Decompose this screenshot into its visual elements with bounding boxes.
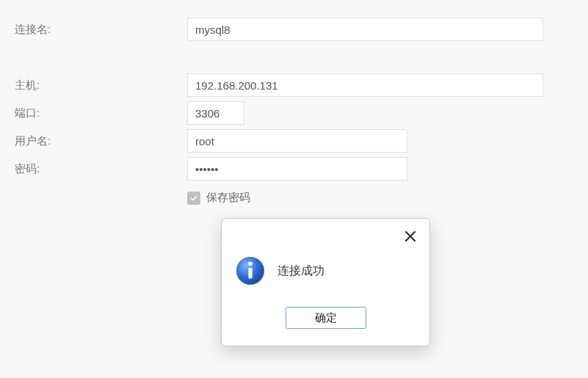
password-input-wrap — [187, 157, 573, 181]
dialog-footer: 确定 — [222, 307, 429, 329]
username-input[interactable] — [187, 129, 407, 153]
check-icon — [189, 194, 198, 203]
save-password-label: 保存密码 — [206, 191, 250, 205]
message-dialog: 连接成功 确定 — [221, 218, 430, 346]
port-input[interactable] — [187, 101, 244, 125]
password-label: 密码: — [15, 162, 187, 176]
dialog-body: 连接成功 — [222, 219, 429, 286]
row-connection-name: 连接名: — [15, 18, 573, 41]
port-label: 端口: — [15, 106, 187, 120]
dialog-message: 连接成功 — [277, 263, 324, 279]
password-input[interactable] — [187, 157, 407, 181]
username-label: 用户名: — [15, 134, 187, 148]
info-icon — [235, 255, 266, 286]
host-input-wrap — [187, 73, 573, 97]
row-port: 端口: — [15, 101, 573, 125]
username-input-wrap — [187, 129, 573, 153]
row-username: 用户名: — [15, 129, 573, 153]
ok-button[interactable]: 确定 — [286, 307, 366, 329]
connection-name-input[interactable] — [187, 18, 543, 41]
host-input[interactable] — [187, 73, 543, 97]
row-save-password: 保存密码 — [187, 191, 573, 205]
close-icon — [404, 230, 417, 243]
save-password-checkbox[interactable] — [187, 192, 200, 205]
connection-form: 连接名: 主机: 端口: 用户名: 密码: 保存密码 — [0, 0, 588, 205]
row-host: 主机: — [15, 73, 573, 97]
svg-rect-3 — [248, 268, 252, 279]
svg-point-2 — [248, 262, 253, 266]
connection-name-label: 连接名: — [15, 23, 187, 37]
host-label: 主机: — [15, 79, 187, 92]
dialog-close-button[interactable] — [402, 228, 419, 245]
connection-name-input-wrap — [187, 18, 573, 41]
row-password: 密码: — [15, 157, 573, 181]
port-input-wrap — [187, 101, 573, 125]
